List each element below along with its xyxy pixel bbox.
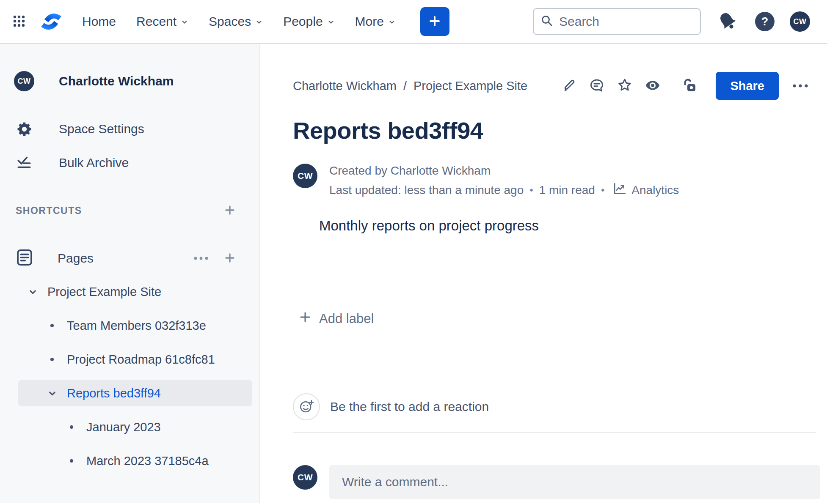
shortcuts-section-header: SHORTCUTS (0, 204, 259, 217)
reaction-prompt-text: Be the first to add a reaction (330, 400, 489, 414)
tree-item-reports-selected[interactable]: Reports bed3ff94 (0, 376, 259, 410)
emoji-add-icon (298, 398, 314, 416)
pages-heading: Pages (58, 251, 94, 266)
sidebar-space-header[interactable]: CW Charlotte Wickham (0, 71, 259, 91)
analytics-link[interactable]: Analytics (613, 182, 679, 198)
search-icon (540, 14, 553, 29)
chevron-down-icon (255, 14, 263, 29)
tree-item-project-example-site[interactable]: Project Example Site (0, 275, 259, 309)
edit-button[interactable] (555, 72, 583, 100)
notifications-button[interactable] (717, 11, 738, 33)
search-input[interactable] (559, 14, 693, 29)
inline-comment-button[interactable] (583, 72, 611, 100)
shortcuts-heading: SHORTCUTS (16, 205, 82, 216)
space-sidebar: CW Charlotte Wickham Space Settings (0, 44, 260, 503)
tree-item-january-2023[interactable]: January 2023 (0, 410, 259, 444)
chevron-down-icon (181, 14, 188, 29)
analytics-label: Analytics (631, 184, 679, 197)
chevron-down-icon[interactable] (45, 389, 59, 398)
more-actions-button[interactable] (786, 72, 814, 100)
reactions-section: Be the first to add a reaction (293, 393, 827, 420)
watch-button[interactable] (639, 72, 667, 100)
comment-composer: CW (293, 465, 827, 499)
page-title: Reports bed3ff94 (293, 117, 827, 144)
tree-item-label: March 2023 37185c4a (86, 454, 209, 468)
add-label-button[interactable]: Add label (299, 307, 374, 331)
top-navigation-bar: Home Recent Spaces People More (0, 0, 827, 44)
add-reaction-button[interactable] (293, 393, 320, 420)
created-by-text: Created by Charlotte Wickham (329, 164, 679, 178)
sidebar-pages-header[interactable]: Pages (0, 248, 259, 268)
sidebar-item-label: Bulk Archive (59, 156, 129, 170)
ellipsis-icon (193, 255, 209, 262)
sidebar-item-label: Space Settings (59, 122, 144, 136)
create-page-button[interactable] (224, 252, 236, 265)
ellipsis-icon (792, 83, 808, 89)
avatar: CW (14, 71, 34, 91)
create-button[interactable] (420, 7, 449, 36)
add-shortcut-button[interactable] (224, 204, 236, 217)
plus-icon (428, 14, 441, 29)
comment-input-box[interactable] (329, 465, 820, 499)
breadcrumb-space-link[interactable]: Charlotte Wickham (293, 79, 397, 93)
plus-icon (299, 311, 312, 327)
tree-item-march-2023[interactable]: March 2023 37185c4a (0, 444, 259, 478)
bullet-dot (50, 358, 54, 361)
tree-item-label: Project Example Site (47, 285, 161, 299)
tree-item-team-members[interactable]: Team Members 032f313e (0, 309, 259, 342)
bullet-dot (70, 459, 73, 463)
pages-icon (15, 248, 34, 268)
share-button[interactable]: Share (716, 72, 779, 100)
watch-eye-icon (645, 77, 661, 95)
last-updated-text: Last updated: less than a minute ago (329, 184, 524, 197)
comments-divider (293, 432, 816, 433)
page-body-text: Monthly reports on project progress (319, 217, 827, 234)
app-switcher-button[interactable] (13, 15, 25, 29)
help-button[interactable]: ? (755, 12, 775, 31)
pencil-icon (561, 78, 576, 94)
tree-item-project-roadmap[interactable]: Project Roadmap 61c8fc81 (0, 342, 259, 376)
chevron-down-icon (327, 14, 335, 29)
byline: CW Created by Charlotte Wickham Last upd… (293, 164, 827, 199)
search-box[interactable] (533, 8, 701, 35)
space-name: Charlotte Wickham (59, 74, 174, 88)
unlock-icon (682, 77, 698, 95)
analytics-chart-icon (613, 182, 626, 198)
favourite-button[interactable] (611, 72, 639, 100)
plus-icon (224, 204, 236, 217)
confluence-logo[interactable] (39, 11, 63, 32)
avatar: CW (293, 164, 317, 188)
page-header-row: Charlotte Wickham / Project Example Site (293, 70, 827, 101)
plus-icon (224, 252, 236, 265)
nav-more[interactable]: More (355, 14, 396, 29)
sidebar-item-space-settings[interactable]: Space Settings (0, 119, 259, 139)
comment-bubble-icon (589, 78, 604, 94)
app-grid-icon (13, 15, 25, 29)
profile-menu-button[interactable]: CW (790, 11, 810, 32)
byline-separator: • (529, 184, 533, 196)
nav-people[interactable]: People (283, 14, 334, 29)
page-content: Charlotte Wickham / Project Example Site (260, 44, 827, 503)
comment-input[interactable] (342, 475, 808, 489)
bullet-dot (70, 425, 73, 429)
bell-icon (717, 11, 738, 33)
question-mark-icon: ? (761, 15, 769, 28)
nav-home[interactable]: Home (82, 14, 116, 29)
nav-recent[interactable]: Recent (136, 14, 188, 29)
sidebar-item-bulk-archive[interactable]: Bulk Archive (0, 153, 259, 173)
breadcrumb-separator: / (403, 79, 407, 93)
bullet-dot (50, 324, 54, 327)
byline-separator: • (601, 184, 604, 196)
bulk-archive-icon (14, 155, 34, 171)
avatar: CW (293, 465, 317, 490)
breadcrumb-parent-link[interactable]: Project Example Site (414, 79, 527, 93)
tree-item-label: Team Members 032f313e (67, 319, 206, 333)
tree-item-label: Project Roadmap 61c8fc81 (67, 353, 215, 367)
restrictions-button[interactable] (676, 72, 704, 100)
tree-item-label: January 2023 (86, 420, 161, 434)
pages-more-button[interactable] (193, 255, 209, 262)
avatar: CW (790, 11, 810, 32)
page-tree: Project Example Site Team Members 032f31… (0, 275, 259, 478)
nav-spaces[interactable]: Spaces (209, 14, 263, 29)
chevron-down-icon[interactable] (25, 287, 40, 297)
